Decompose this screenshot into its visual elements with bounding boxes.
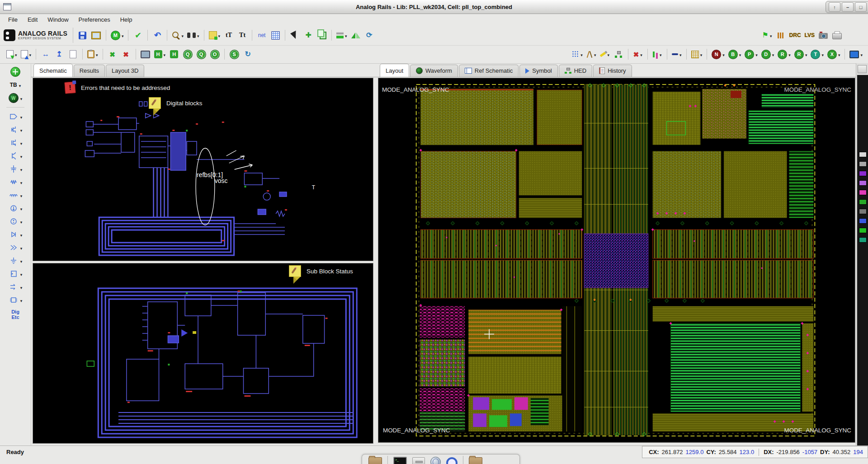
- flag-button[interactable]: ⚑: [760, 29, 774, 42]
- layer-swatch[interactable]: [859, 199, 867, 205]
- minimize-button[interactable]: [842, 2, 854, 12]
- separator[interactable]: [686, 49, 687, 60]
- dropdown-arrow-icon[interactable]: [860, 50, 863, 58]
- separator[interactable]: [136, 49, 136, 60]
- t-button[interactable]: T: [809, 48, 826, 61]
- sidebar-inductor-button[interactable]: [9, 190, 23, 200]
- layer-swatch[interactable]: [859, 209, 867, 214]
- dropdown-arrow-icon[interactable]: [739, 50, 741, 58]
- separator[interactable]: [204, 30, 204, 41]
- ascend-hierarchy-button[interactable]: [19, 48, 33, 61]
- dropdown-arrow-icon[interactable]: [15, 50, 17, 58]
- r1-button[interactable]: R: [776, 48, 793, 61]
- dropdown-arrow-icon[interactable]: [181, 31, 184, 39]
- schematic-canvas-top[interactable]: ! Errors that need to be addressed Digit…: [33, 78, 373, 261]
- dropdown-arrow-icon[interactable]: [29, 50, 32, 58]
- new-sheet-button[interactable]: [66, 48, 80, 61]
- dropdown-arrow-icon[interactable]: [197, 31, 199, 39]
- hierarchy-h1-button[interactable]: H: [152, 48, 168, 61]
- dropdown-arrow-icon[interactable]: [20, 217, 23, 225]
- dropdown-arrow-icon[interactable]: [122, 31, 124, 39]
- hierarchy-h2-button[interactable]: H: [167, 48, 181, 61]
- dropdown-arrow-icon[interactable]: [821, 50, 824, 58]
- dropdown-arrow-icon[interactable]: [345, 31, 347, 39]
- sidebar-bjt-button[interactable]: [9, 151, 23, 161]
- sidebar-block-button[interactable]: [9, 295, 23, 305]
- dropdown-arrow-icon[interactable]: [20, 178, 23, 186]
- dropdown-arrow-icon[interactable]: [20, 126, 23, 134]
- q-button[interactable]: Q: [181, 48, 194, 61]
- terminal-icon[interactable]: [393, 457, 407, 464]
- dropdown-arrow-icon[interactable]: [20, 165, 23, 173]
- delete-button[interactable]: ✖: [631, 48, 645, 61]
- rotate-button[interactable]: ⟳: [363, 29, 376, 42]
- layer-swatch[interactable]: [859, 190, 867, 195]
- stretch-button[interactable]: ↔: [39, 48, 52, 61]
- sidebar-bus-arrows-button[interactable]: [9, 282, 23, 292]
- dropdown-arrow-icon[interactable]: [20, 112, 23, 121]
- tab-results[interactable]: Results: [74, 65, 105, 77]
- layer-swatch[interactable]: [859, 152, 867, 157]
- dropdown-arrow-icon[interactable]: [607, 50, 609, 58]
- net-label-button[interactable]: net: [255, 29, 269, 42]
- dropdown-arrow-icon[interactable]: [20, 230, 23, 239]
- undo-button[interactable]: ↶: [151, 29, 164, 42]
- layer-swatch[interactable]: [859, 161, 867, 167]
- sidebar-port-button[interactable]: [9, 112, 23, 122]
- p-button[interactable]: P: [743, 48, 760, 61]
- separator[interactable]: [36, 49, 36, 60]
- separator[interactable]: [707, 49, 707, 60]
- mirror-button[interactable]: [349, 29, 363, 42]
- separator[interactable]: [103, 49, 103, 60]
- separator[interactable]: [167, 30, 167, 41]
- dropdown-arrow-icon[interactable]: [838, 50, 840, 58]
- separator[interactable]: [628, 49, 628, 60]
- separator[interactable]: [252, 30, 252, 41]
- save-button[interactable]: [76, 29, 90, 42]
- dropdown-arrow-icon[interactable]: [164, 50, 166, 58]
- r2-button[interactable]: R: [793, 48, 809, 61]
- print-button[interactable]: [830, 29, 844, 42]
- highlight-button[interactable]: [598, 48, 612, 61]
- separator[interactable]: [128, 30, 128, 41]
- dots-grid-button[interactable]: [570, 48, 585, 61]
- globe-icon[interactable]: [430, 457, 441, 464]
- separator[interactable]: [82, 49, 83, 60]
- dropdown-arrow-icon[interactable]: [580, 50, 583, 58]
- layers-button[interactable]: [335, 29, 349, 42]
- sidebar-voltage-source-button[interactable]: [9, 216, 23, 226]
- menu-window[interactable]: Window: [43, 15, 73, 24]
- dropdown-arrow-icon[interactable]: [20, 139, 23, 147]
- grid-button[interactable]: [269, 29, 282, 42]
- export-image-button[interactable]: [90, 29, 103, 42]
- dropdown-arrow-icon[interactable]: [20, 94, 23, 102]
- separator[interactable]: [147, 30, 148, 41]
- run-mode-button[interactable]: M: [109, 29, 126, 42]
- dropdown-arrow-icon[interactable]: [772, 50, 774, 58]
- lvs-button[interactable]: LVS: [803, 29, 816, 42]
- sidebar-resistor-button[interactable]: [9, 177, 23, 187]
- sidebar-pmos-button[interactable]: [9, 125, 23, 135]
- descend-hierarchy-button[interactable]: [5, 48, 19, 61]
- dropdown-arrow-icon[interactable]: [594, 50, 596, 58]
- separator[interactable]: [285, 30, 285, 41]
- sidebar-diode-button[interactable]: [9, 230, 23, 239]
- layer-swatch[interactable]: [859, 171, 867, 176]
- dropdown-arrow-icon[interactable]: [20, 257, 23, 265]
- tab-ref-schematic[interactable]: Ref Schematic: [459, 65, 519, 77]
- red-x-button[interactable]: ✖: [119, 48, 133, 61]
- layer-swatch[interactable]: [859, 237, 867, 243]
- green-x-button[interactable]: ✖: [106, 48, 119, 61]
- dropdown-arrow-icon[interactable]: [755, 50, 758, 58]
- dock-separator[interactable]: [463, 456, 463, 464]
- dropdown-arrow-icon[interactable]: [679, 50, 682, 58]
- dock-separator[interactable]: [387, 456, 388, 464]
- maximize-button[interactable]: [855, 2, 867, 12]
- search-button[interactable]: [185, 29, 201, 42]
- layer-swatch[interactable]: [859, 228, 867, 233]
- separator[interactable]: [224, 49, 225, 60]
- sidebar-flipflop-button[interactable]: [9, 269, 23, 279]
- tab-symbol[interactable]: Symbol: [519, 65, 557, 77]
- menu-edit[interactable]: Edit: [23, 15, 42, 24]
- bars-button[interactable]: [774, 29, 788, 42]
